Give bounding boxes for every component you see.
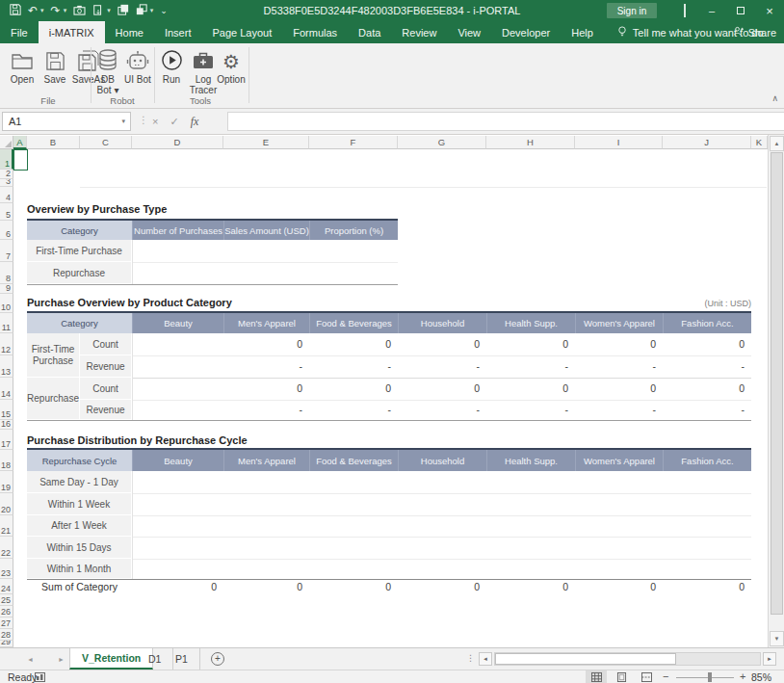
table2-metric-label[interactable]: Count (80, 378, 132, 400)
add-sheet-button[interactable]: + (211, 652, 224, 666)
scroll-up-icon[interactable]: ▲ (770, 136, 784, 151)
undo-icon[interactable]: ↶ (28, 5, 38, 16)
open-button[interactable]: Open (7, 46, 38, 102)
name-box-caret-icon[interactable]: ▾ (121, 118, 125, 125)
table1-row-label[interactable]: First-Time Purchase (27, 240, 132, 262)
table3-title[interactable]: Purchase Distribution by Repurchase Cycl… (27, 434, 248, 446)
cell[interactable]: 0 (486, 378, 575, 400)
table2-header[interactable]: Fashion Acc. (663, 313, 751, 333)
maximize-button[interactable] (726, 0, 755, 21)
cell[interactable]: - (223, 400, 309, 420)
table1-title[interactable]: Overview by Purchase Type (27, 203, 167, 215)
cell[interactable]: - (309, 355, 398, 378)
insert-function-icon[interactable]: fx (191, 115, 199, 129)
row-header[interactable]: 29 (0, 641, 13, 647)
select-all-corner[interactable] (0, 136, 13, 149)
zoom-slider[interactable] (676, 677, 734, 678)
duplicate-caret-icon[interactable]: ▾ (150, 7, 154, 14)
tab-insert[interactable]: Insert (154, 21, 202, 43)
table3-header[interactable]: Women's Apparel (575, 450, 663, 471)
row-header[interactable]: 25 (0, 594, 13, 606)
table2-header[interactable]: Food & Beverages (309, 313, 398, 333)
table3-row-label[interactable]: Same Day - 1 Day (27, 471, 132, 493)
table1-row-label[interactable]: Repurchase (27, 262, 132, 284)
cell[interactable]: 0 (309, 378, 398, 400)
row-header[interactable]: 11 (0, 313, 13, 333)
tab-data[interactable]: Data (348, 21, 391, 43)
row-header[interactable]: 19 (0, 471, 13, 493)
table1-header[interactable]: Proportion (%) (309, 221, 398, 240)
cell[interactable]: 0 (309, 333, 398, 355)
zoom-in-button[interactable]: + (740, 670, 745, 682)
zoom-out-button[interactable]: − (663, 670, 668, 682)
cell[interactable]: - (486, 355, 575, 378)
cell[interactable] (132, 400, 223, 420)
row-header[interactable]: 13 (0, 355, 13, 378)
sign-in-button[interactable]: Sign in (607, 3, 657, 18)
horizontal-scrollbar[interactable] (494, 652, 761, 666)
tab-view[interactable]: View (447, 21, 491, 43)
page-break-view-button[interactable] (636, 670, 657, 683)
column-header-j[interactable]: J (663, 136, 751, 149)
formula-input[interactable] (227, 112, 784, 131)
table3-corner-header[interactable]: Repurchase Cycle (27, 450, 132, 471)
column-header-k[interactable]: K (751, 136, 768, 149)
cell[interactable]: 0 (132, 579, 223, 594)
cell[interactable]: 0 (223, 579, 309, 594)
row-header[interactable]: 20 (0, 493, 13, 515)
table3-header[interactable]: Food & Beverages (309, 450, 398, 471)
page-layout-view-button[interactable] (611, 670, 632, 683)
cell[interactable]: 0 (223, 378, 309, 400)
table2-metric-label[interactable]: Count (80, 333, 132, 355)
table2-header[interactable]: Health Supp. (486, 313, 575, 333)
sheet-tab-p1[interactable]: P1 (164, 648, 200, 670)
cell[interactable]: 0 (575, 579, 663, 594)
cell[interactable]: 0 (223, 333, 309, 355)
collapse-ribbon-icon[interactable]: ∧ (771, 93, 778, 103)
row-header[interactable]: 4 (0, 187, 13, 203)
row-header[interactable]: 12 (0, 333, 13, 355)
column-header-f[interactable]: F (309, 136, 398, 149)
redo-icon[interactable]: ↷ (51, 5, 61, 16)
table1-header[interactable]: Number of Purchases (132, 221, 223, 240)
zoom-slider-thumb[interactable] (708, 672, 712, 682)
table2-header[interactable]: Men's Apparel (223, 313, 309, 333)
cell[interactable]: 0 (398, 579, 486, 594)
table3-row-label[interactable]: Within 15 Days (27, 537, 132, 559)
row-header[interactable]: 3 (0, 179, 13, 187)
column-header-a[interactable]: A (13, 136, 27, 149)
table2-group-label[interactable]: Repurchase (27, 378, 80, 420)
vertical-scroll-thumb[interactable] (771, 152, 783, 615)
sheet-nav-next-icon[interactable]: ► (58, 648, 65, 670)
table2-header[interactable]: Beauty (132, 313, 223, 333)
cell[interactable]: 0 (398, 333, 486, 355)
paste-icon[interactable] (92, 2, 104, 19)
row-header[interactable]: 6 (0, 221, 13, 240)
cell[interactable]: 0 (486, 333, 575, 355)
undo-caret-icon[interactable]: ▾ (40, 7, 44, 14)
cell[interactable] (132, 378, 223, 400)
cell[interactable]: 0 (663, 579, 751, 594)
cell[interactable]: - (223, 355, 309, 378)
row-header[interactable]: 9 (0, 284, 13, 294)
column-header-h[interactable]: H (486, 136, 575, 149)
table3-header[interactable]: Health Supp. (486, 450, 575, 471)
option-button[interactable]: ⚙ Option (216, 46, 247, 102)
row-header[interactable]: 8 (0, 262, 13, 284)
share-button[interactable]: Share (733, 21, 776, 43)
cell[interactable]: 0 (663, 378, 751, 400)
minimize-button[interactable]: – (697, 0, 726, 21)
column-header-g[interactable]: G (398, 136, 486, 149)
tab-formulas[interactable]: Formulas (282, 21, 348, 43)
camera-icon[interactable] (73, 2, 86, 19)
table2-metric-label[interactable]: Revenue (80, 355, 132, 378)
row-header[interactable]: 7 (0, 240, 13, 262)
cell[interactable]: 0 (398, 378, 486, 400)
cell[interactable]: - (486, 400, 575, 420)
tab-developer[interactable]: Developer (491, 21, 561, 43)
cell[interactable]: 0 (575, 333, 663, 355)
table3-row-label[interactable]: After 1 Week (27, 515, 132, 537)
cell[interactable]: 0 (309, 579, 398, 594)
close-button[interactable]: × (755, 0, 784, 21)
tab-review[interactable]: Review (391, 21, 447, 43)
